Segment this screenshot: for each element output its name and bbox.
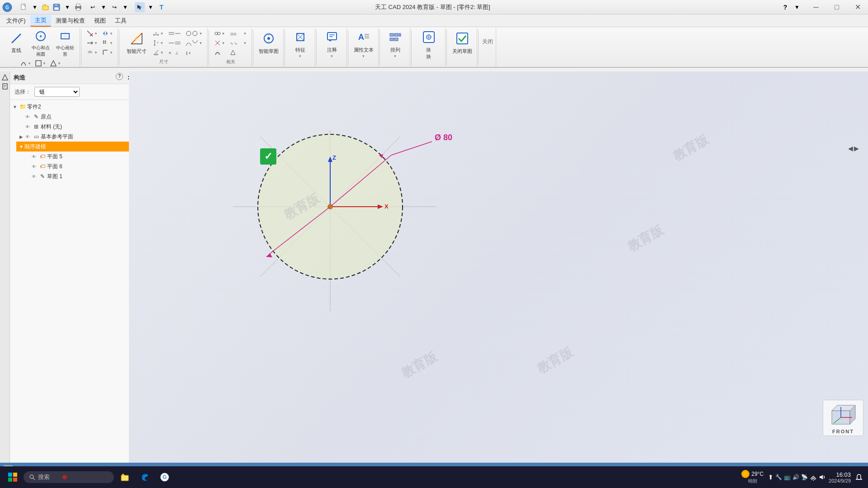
tool-rel5[interactable]: ∿ ∿ ▼ [228, 38, 249, 47]
tool-rel4[interactable]: ⊡⊡ ▼ [228, 29, 249, 38]
ribbon-btn-attr-text[interactable]: A 属性文本 ▼ [352, 29, 375, 59]
scroll-right-arrow[interactable]: ▶ [854, 145, 859, 152]
ribbon-btn-block[interactable]: 块块 [415, 29, 442, 61]
taskbar-edge-btn[interactable] [136, 468, 154, 486]
ribbon-btn-rect[interactable]: 中心画矩形 [53, 29, 77, 58]
eye-icon-p6[interactable]: 👁 [31, 163, 37, 170]
menu-file[interactable]: 文件(F) [2, 15, 30, 26]
expand-icon[interactable]: ▶ [18, 134, 24, 139]
tool-vdim[interactable]: V ▼ [151, 38, 166, 47]
qa-dropdown2[interactable]: ▼ [62, 2, 72, 12]
menu-tools[interactable]: 工具 [110, 15, 131, 26]
maximize-btn[interactable]: □ [826, 0, 847, 14]
tool-rel3[interactable] [213, 48, 227, 57]
close-btn[interactable]: ✕ [847, 0, 868, 14]
redo-dropdown[interactable]: ▼ [120, 2, 130, 12]
tool-hdim[interactable]: H ▼ [151, 29, 166, 38]
tool-2[interactable]: ▼ [33, 59, 48, 68]
sidebar-icon-2[interactable] [1, 82, 9, 90]
tree-root[interactable]: ▼ 📁 零件2 [10, 102, 138, 112]
ribbon-btn-line[interactable]: 直线 [5, 29, 28, 57]
tool-sym3[interactable]: ≡⊥ [166, 48, 183, 57]
tool-c1[interactable]: ▼ [184, 29, 204, 38]
tray-icon-3[interactable]: 📺 [784, 474, 791, 480]
canvas-area[interactable]: ✓ 教育版 教育版 教育版 教育版 教育版 Z X [129, 71, 868, 463]
save-btn[interactable] [52, 2, 62, 12]
network-icon[interactable] [810, 474, 817, 481]
undo-btn[interactable]: ↩ [88, 2, 98, 12]
sound-icon[interactable] [819, 474, 826, 481]
scroll-left-arrow[interactable]: ◀ [848, 145, 853, 152]
tree-item-sketch1[interactable]: 👁 ✎ 草图 1 [23, 171, 138, 181]
redo-btn[interactable]: ↪ [109, 2, 119, 12]
tool-trim[interactable]: ▼ [85, 29, 100, 38]
tool-angdim[interactable]: ▼ [151, 48, 166, 57]
confirm-button[interactable]: ✓ [260, 148, 276, 165]
tool-extend[interactable]: ▼ [85, 38, 100, 47]
tool-offset[interactable]: ▼ [85, 48, 100, 57]
menu-home[interactable]: 主页 [30, 15, 51, 27]
tool-sym2[interactable] [166, 38, 183, 47]
eye-icon-p5[interactable]: 👁 [31, 153, 37, 160]
block-icon [422, 30, 436, 46]
construct-help-btn[interactable]: ? [116, 73, 123, 80]
tool-fillet[interactable]: ▼ [100, 48, 115, 57]
sidebar-icon-1[interactable] [1, 73, 9, 81]
tray-icon-5[interactable]: 📡 [801, 474, 808, 480]
print-btn[interactable] [73, 2, 83, 12]
tray-icon-2[interactable]: 🔧 [775, 474, 782, 480]
tool-array[interactable]: ▼ [100, 38, 115, 47]
start-btn[interactable] [4, 468, 22, 486]
qa-dropdown[interactable]: ▼ [30, 2, 40, 12]
tree-item-plane5[interactable]: 👁 🏷 平面 5 [23, 152, 138, 161]
tool-3[interactable]: ▼ [48, 59, 63, 68]
taskbar-search[interactable]: 搜索 [24, 471, 114, 483]
menu-view[interactable]: 视图 [90, 15, 110, 26]
eye-icon[interactable]: 👁 [24, 114, 31, 120]
select-dropdown[interactable]: ▼ [146, 2, 156, 12]
ribbon-btn-annotation[interactable]: 注释 ▼ [320, 29, 344, 59]
tree-item-origin[interactable]: 👁 ✎ 原点 [16, 112, 138, 122]
titlebar: G ▼ ▼ ↩ ▼ ↪ ▼ ▼ T 天工 CAD 2024 教育版 - 草图 -… [0, 0, 868, 14]
new-btn[interactable] [19, 2, 29, 12]
tree-item-seq-build[interactable]: ▼ 顺序建模 ⬡ [16, 142, 138, 152]
tool-rel1[interactable]: ▼ [213, 29, 227, 38]
menu-measure[interactable]: 测量与检查 [51, 15, 90, 26]
eye-icon-ref[interactable]: 👁 [24, 133, 31, 140]
taskbar-explorer-btn[interactable] [116, 468, 134, 486]
tool-arc[interactable]: ▼ [19, 59, 33, 68]
open-btn[interactable] [41, 2, 51, 12]
ribbon-group-annotation: 注释 ▼ [318, 28, 347, 67]
minimize-btn[interactable]: ─ [806, 0, 826, 14]
extra-btn[interactable]: T [157, 2, 166, 12]
eye-icon-mat[interactable]: 👁 [24, 123, 31, 130]
tray-icon-1[interactable]: ⬆ [768, 474, 773, 481]
tool-rel2[interactable]: ▼ [213, 38, 227, 47]
sun-icon [741, 470, 749, 478]
tool-mirror[interactable]: ▼ [100, 29, 115, 38]
notification-btn[interactable] [854, 472, 864, 483]
ribbon-btn-smart-sketch[interactable]: 智能草图 [257, 29, 280, 57]
eye-icon-sk1[interactable]: 👁 [31, 173, 37, 180]
tool-sym1[interactable] [166, 29, 183, 38]
tray-icon-4[interactable]: 🔊 [792, 474, 799, 480]
tool-c2[interactable]: ▼ [184, 38, 204, 47]
expand-btn[interactable]: ▼ [792, 2, 802, 12]
undo-dropdown[interactable]: ▼ [99, 2, 109, 12]
ribbon-btn-feature[interactable]: 特征 ▼ [289, 29, 312, 59]
help-btn[interactable]: ? [780, 2, 790, 12]
tool-c3[interactable]: ∥ ≠ [184, 48, 204, 57]
tree-item-ref-planes[interactable]: ▶ 👁 ▭ 基本参考平面 [16, 132, 138, 142]
select-mode-btn[interactable] [135, 2, 145, 12]
taskbar-g-btn[interactable]: G [156, 468, 174, 486]
system-clock[interactable]: 16:03 2024/9/29 [829, 471, 851, 483]
tree-item-plane6[interactable]: 👁 🏷 平面 6 [23, 161, 138, 171]
ribbon-btn-smart-dim[interactable]: ⚡ 智能尺寸 [123, 29, 150, 57]
ribbon-btn-arrange[interactable]: 排列 ▼ [384, 29, 407, 59]
tool-rel6[interactable] [228, 48, 249, 57]
select-dropdown[interactable]: 链 单个 多个 [34, 87, 80, 97]
ribbon-btn-close-sketch[interactable]: 关闭草图 [451, 29, 474, 57]
ribbon-btn-circle[interactable]: 中心和点画圆 [29, 29, 52, 58]
tree-item-material[interactable]: 👁 ⊞ 材料 (无) [16, 122, 138, 132]
nav-cube[interactable]: FRONT [823, 400, 863, 436]
